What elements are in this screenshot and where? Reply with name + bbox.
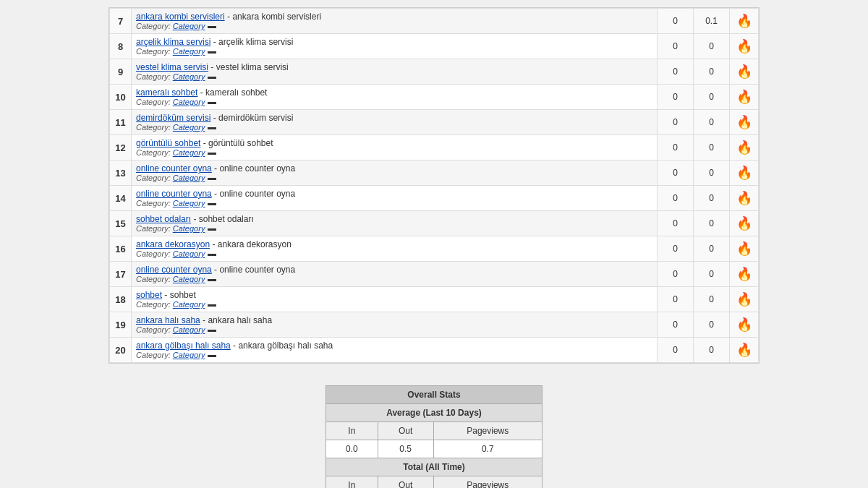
table-row: 15sohbet odaları - sohbet odalarıCategor… bbox=[110, 211, 759, 236]
in-cell: 0 bbox=[658, 338, 694, 363]
category-link[interactable]: Category bbox=[173, 300, 205, 309]
flame-button[interactable]: 🔥 bbox=[736, 241, 752, 257]
row-link[interactable]: ankara gölbaşı halı saha bbox=[136, 341, 231, 351]
out-cell: 0 bbox=[694, 85, 730, 110]
category-link[interactable]: Category bbox=[173, 325, 205, 334]
stats-title: Overall Stats bbox=[326, 386, 542, 404]
row-number: 20 bbox=[110, 338, 132, 363]
flame-button[interactable]: 🔥 bbox=[736, 342, 752, 358]
row-link[interactable]: ankara halı saha bbox=[136, 315, 200, 325]
row-link[interactable]: online counter oyna bbox=[136, 189, 212, 199]
row-link[interactable]: vestel klima servisi bbox=[136, 62, 208, 72]
action-cell[interactable]: 🔥 bbox=[730, 287, 759, 312]
in-cell: 0 bbox=[658, 262, 694, 287]
action-cell[interactable]: 🔥 bbox=[730, 236, 759, 262]
flame-button[interactable]: 🔥 bbox=[736, 317, 752, 333]
action-cell[interactable]: 🔥 bbox=[730, 135, 759, 160]
in-label-total: In bbox=[326, 476, 378, 489]
category-link[interactable]: Category bbox=[173, 224, 205, 233]
row-category: Category: Category bbox=[136, 123, 652, 132]
row-link[interactable]: sohbet odaları bbox=[136, 214, 191, 224]
row-category: Category: Category bbox=[136, 224, 652, 233]
pageviews-label-avg: Pageviews bbox=[433, 422, 542, 440]
row-link[interactable]: online counter oyna bbox=[136, 265, 212, 275]
action-cell[interactable]: 🔥 bbox=[730, 312, 759, 338]
row-number: 11 bbox=[110, 110, 132, 135]
dash-icon bbox=[208, 102, 216, 104]
flame-button[interactable]: 🔥 bbox=[736, 165, 752, 181]
action-cell[interactable]: 🔥 bbox=[730, 338, 759, 363]
row-link[interactable]: arçelik klima servisi bbox=[136, 37, 210, 47]
row-content: görüntülü sohbet - görüntülü sohbetCateg… bbox=[132, 135, 658, 160]
flame-button[interactable]: 🔥 bbox=[736, 64, 752, 80]
pageviews-label-total: Pageviews bbox=[433, 476, 542, 489]
row-content: ankara kombi servisleri - ankara kombi s… bbox=[132, 9, 658, 34]
table-row: 11demirdöküm servisi - demirdöküm servis… bbox=[110, 110, 759, 135]
action-cell[interactable]: 🔥 bbox=[730, 160, 759, 186]
flame-button[interactable]: 🔥 bbox=[736, 140, 752, 155]
table-row: 18sohbet - sohbetCategory: Category00🔥 bbox=[110, 287, 759, 312]
row-link[interactable]: ankara dekorasyon bbox=[136, 239, 210, 249]
flame-button[interactable]: 🔥 bbox=[736, 38, 752, 54]
category-link[interactable]: Category bbox=[173, 22, 205, 30]
row-content: sohbet - sohbetCategory: Category bbox=[132, 287, 658, 312]
dash-icon bbox=[208, 77, 216, 79]
row-title: online counter oyna - online counter oyn… bbox=[136, 265, 652, 275]
row-link[interactable]: kameralı sohbet bbox=[136, 87, 197, 98]
content-area: 7ankara kombi servisleri - ankara kombi … bbox=[109, 7, 760, 364]
category-link[interactable]: Category bbox=[173, 148, 205, 157]
flame-button[interactable]: 🔥 bbox=[736, 190, 752, 206]
row-content: online counter oyna - online counter oyn… bbox=[132, 160, 658, 186]
flame-button[interactable]: 🔥 bbox=[736, 215, 752, 231]
row-number: 7 bbox=[110, 9, 132, 34]
flame-button[interactable]: 🔥 bbox=[736, 291, 752, 307]
action-cell[interactable]: 🔥 bbox=[730, 262, 759, 287]
row-link[interactable]: ankara kombi servisleri bbox=[136, 12, 225, 22]
row-number: 10 bbox=[110, 85, 132, 110]
category-link[interactable]: Category bbox=[173, 351, 205, 359]
action-cell[interactable]: 🔥 bbox=[730, 9, 759, 34]
action-cell[interactable]: 🔥 bbox=[730, 85, 759, 110]
dash-icon bbox=[208, 51, 216, 53]
action-cell[interactable]: 🔥 bbox=[730, 186, 759, 211]
action-cell[interactable]: 🔥 bbox=[730, 59, 759, 85]
category-link[interactable]: Category bbox=[173, 249, 205, 258]
row-category: Category: Category bbox=[136, 275, 652, 283]
row-link[interactable]: online counter oyna bbox=[136, 163, 212, 174]
action-cell[interactable]: 🔥 bbox=[730, 110, 759, 135]
table-row: 12görüntülü sohbet - görüntülü sohbetCat… bbox=[110, 135, 759, 160]
row-title: online counter oyna - online counter oyn… bbox=[136, 163, 652, 174]
row-content: kameralı sohbet - kameralı sohbetCategor… bbox=[132, 85, 658, 110]
row-number: 13 bbox=[110, 160, 132, 186]
table-row: 10kameralı sohbet - kameralı sohbetCateg… bbox=[110, 85, 759, 110]
category-link[interactable]: Category bbox=[173, 174, 205, 182]
flame-button[interactable]: 🔥 bbox=[736, 13, 752, 29]
table-row: 20ankara gölbaşı halı saha - ankara gölb… bbox=[110, 338, 759, 363]
row-category: Category: Category bbox=[136, 199, 652, 207]
row-title: ankara halı saha - ankara halı saha bbox=[136, 315, 652, 325]
category-link[interactable]: Category bbox=[173, 275, 205, 283]
dash-icon bbox=[208, 127, 216, 129]
dash-icon bbox=[208, 279, 216, 281]
out-cell: 0 bbox=[694, 110, 730, 135]
row-content: ankara dekorasyon - ankara dekorasyonCat… bbox=[132, 236, 658, 262]
action-cell[interactable]: 🔥 bbox=[730, 34, 759, 59]
flame-button[interactable]: 🔥 bbox=[736, 114, 752, 130]
in-cell: 0 bbox=[658, 59, 694, 85]
out-cell: 0 bbox=[694, 211, 730, 236]
category-link[interactable]: Category bbox=[173, 72, 205, 81]
row-link[interactable]: demirdöküm servisi bbox=[136, 113, 210, 123]
row-link[interactable]: görüntülü sohbet bbox=[136, 138, 200, 148]
category-link[interactable]: Category bbox=[173, 123, 205, 132]
table-row: 9vestel klima servisi - vestel klima ser… bbox=[110, 59, 759, 85]
category-link[interactable]: Category bbox=[173, 98, 205, 106]
flame-button[interactable]: 🔥 bbox=[736, 89, 752, 105]
in-cell: 0 bbox=[658, 186, 694, 211]
dash-icon bbox=[208, 330, 216, 332]
out-cell: 0 bbox=[694, 287, 730, 312]
action-cell[interactable]: 🔥 bbox=[730, 211, 759, 236]
row-link[interactable]: sohbet bbox=[136, 290, 162, 300]
flame-button[interactable]: 🔥 bbox=[736, 266, 752, 282]
category-link[interactable]: Category bbox=[173, 47, 205, 56]
category-link[interactable]: Category bbox=[173, 199, 205, 207]
